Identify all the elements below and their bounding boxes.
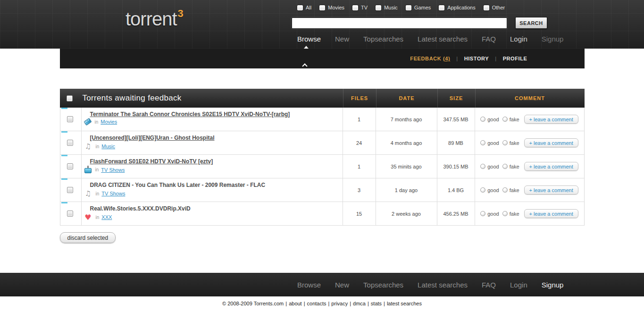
leave-comment-button[interactable]: + leave a comment	[524, 138, 578, 147]
select-all-cell	[60, 89, 81, 108]
search-input[interactable]	[292, 17, 507, 29]
date-added: 2 weeks ago	[376, 202, 437, 225]
nav-item[interactable]: Latest searches	[418, 35, 468, 43]
checkbox-icon[interactable]	[352, 5, 358, 10]
row-checkbox[interactable]	[67, 163, 73, 169]
fake-label: fake	[510, 211, 519, 217]
checkbox-icon[interactable]	[406, 5, 411, 10]
filter-checkbox-item[interactable]: Movies	[319, 5, 344, 10]
table-title: Torrents awaiting feedback	[81, 89, 343, 108]
good-radio[interactable]	[480, 211, 485, 216]
history-link[interactable]: HISTORY	[464, 56, 489, 61]
music-icon	[84, 143, 92, 150]
checkbox-icon[interactable]	[484, 5, 489, 10]
footer-nav-item[interactable]: Latest searches	[418, 281, 468, 289]
row-checkbox[interactable]	[67, 140, 73, 146]
files-count: 24	[343, 131, 376, 154]
torrent-title-link[interactable]: Terminator The Sarah Connor Chronicles S…	[90, 111, 343, 118]
footer-nav-item[interactable]: Browse	[297, 281, 321, 289]
column-header-files: FILES	[343, 89, 376, 108]
filter-checkbox-item[interactable]: Other	[484, 5, 505, 10]
search-bar: SEARCH	[292, 17, 547, 29]
torrent-size: 89 MB	[437, 131, 475, 154]
row-checkbox[interactable]	[67, 116, 73, 122]
checkbox-icon[interactable]	[439, 5, 444, 10]
footer-link[interactable]: contacts	[307, 301, 326, 306]
film-icon	[84, 118, 92, 126]
row-select-cell	[60, 202, 81, 225]
category-link[interactable]: Music	[101, 143, 115, 149]
user-panel-bar: FEEDBACK (4) | HISTORY | PROFILE	[60, 49, 585, 68]
leave-comment-button[interactable]: + leave a comment	[524, 209, 578, 218]
category-link[interactable]: TV Shows	[101, 191, 125, 196]
fake-radio[interactable]	[502, 117, 508, 122]
good-radio[interactable]	[480, 187, 485, 193]
filter-checkbox-item[interactable]: All	[297, 5, 311, 10]
leave-comment-button[interactable]: + leave a comment	[524, 162, 578, 171]
filter-checkbox-item[interactable]: Music	[376, 5, 398, 10]
tv-icon	[84, 168, 92, 173]
files-count: 3	[343, 178, 376, 202]
fake-radio[interactable]	[502, 211, 508, 216]
nav-item[interactable]: Topsearches	[363, 35, 403, 43]
torrent-size: 347.55 MB	[437, 108, 475, 131]
footer-nav-item[interactable]: Topsearches	[363, 281, 403, 289]
footer-link[interactable]: about	[289, 301, 302, 306]
torrent-size: 1.4 BG	[437, 178, 475, 202]
nav-item[interactable]: Login	[510, 35, 527, 43]
nav-item[interactable]: FAQ	[482, 35, 496, 43]
category-link[interactable]: TV Shows	[101, 167, 125, 173]
nav-item[interactable]: New	[335, 35, 349, 43]
files-count: 1	[343, 155, 376, 178]
profile-link[interactable]: PROFILE	[503, 56, 527, 61]
footer-link[interactable]: stats	[371, 301, 382, 306]
fake-radio[interactable]	[502, 187, 508, 193]
footer-link[interactable]: privacy	[331, 301, 348, 306]
footer-nav-item[interactable]: Login	[510, 281, 527, 289]
torrent-title-link[interactable]: DRAG CITIZEN - You Can Thank Us Later - …	[90, 182, 343, 188]
category-link[interactable]: XXX	[101, 214, 112, 220]
discard-selected-button[interactable]: discard selected	[60, 232, 116, 243]
category-link[interactable]: Movies	[100, 119, 117, 125]
row-checkbox[interactable]	[67, 211, 73, 217]
leave-comment-button[interactable]: + leave a comment	[524, 115, 578, 124]
in-label: in	[96, 144, 100, 149]
leave-comment-button[interactable]: + leave a comment	[524, 186, 578, 194]
footer-nav-item[interactable]: Signup	[542, 281, 564, 289]
footer-link[interactable]: latest searches	[387, 301, 422, 306]
filter-checkbox-item[interactable]: TV	[352, 5, 368, 10]
checkbox-icon[interactable]	[376, 5, 381, 10]
logo-superscript: 3	[178, 8, 183, 19]
nav-item[interactable]: Browse	[297, 35, 321, 43]
footer-nav-item[interactable]: FAQ	[482, 281, 496, 289]
filter-checkbox-item[interactable]: Games	[406, 5, 431, 10]
footer-nav-item[interactable]: New	[335, 281, 349, 289]
collapse-panel-control[interactable]	[301, 63, 308, 67]
nav-item[interactable]: Signup	[542, 35, 564, 43]
site-footer: Browse New Topsearches Latest searches F…	[0, 273, 644, 296]
filter-label: Music	[384, 5, 398, 10]
torrent-title-link[interactable]: Real.Wife.Stories.5.XXX.DVDRip.XviD	[90, 205, 343, 212]
filter-checkbox-item[interactable]: Applications	[439, 5, 475, 10]
feedback-link[interactable]: FEEDBACK (4)	[410, 56, 450, 61]
footer-link[interactable]: dmca	[353, 301, 366, 306]
select-all-checkbox[interactable]	[67, 95, 73, 101]
torrent-category-line: in Music	[84, 143, 343, 150]
search-button[interactable]: SEARCH	[515, 17, 547, 29]
good-label: good	[487, 117, 499, 122]
feedback-count[interactable]: (4)	[443, 56, 450, 61]
checkbox-icon[interactable]	[319, 5, 325, 10]
good-radio[interactable]	[480, 164, 485, 169]
fake-radio[interactable]	[502, 164, 508, 169]
separator: |	[384, 301, 385, 306]
good-label: good	[487, 164, 499, 169]
torrent-title-link[interactable]: FlashForward S01E02 HDTV XviD-NoTV [eztv…	[90, 158, 343, 165]
good-radio[interactable]	[480, 117, 485, 122]
checkbox-icon[interactable]	[297, 5, 303, 10]
fake-radio[interactable]	[502, 140, 508, 145]
torrent-row: DRAG CITIZEN - You Can Thank Us Later - …	[60, 178, 584, 202]
fake-label: fake	[510, 164, 519, 169]
torrent-title-link[interactable]: [Uncensored][Loli][ENG]Uran - Ghost Hosp…	[90, 135, 343, 141]
good-radio[interactable]	[480, 140, 485, 145]
row-checkbox[interactable]	[67, 187, 73, 193]
